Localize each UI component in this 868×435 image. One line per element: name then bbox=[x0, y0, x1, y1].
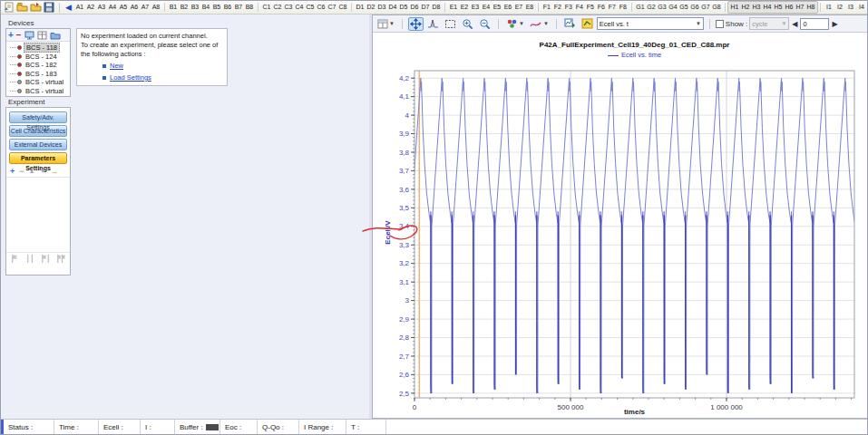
pan-tool-icon[interactable] bbox=[408, 17, 424, 31]
channel-button-F3[interactable]: F3 bbox=[563, 2, 574, 13]
graph-style-icon[interactable]: ▼ bbox=[504, 17, 526, 31]
device-tree-item[interactable]: BCS - 124 bbox=[10, 53, 70, 62]
channel-button-D5[interactable]: D5 bbox=[398, 2, 409, 13]
remove-step-icon[interactable]: − bbox=[19, 167, 24, 176]
zoom-data-icon[interactable] bbox=[425, 17, 441, 31]
prev-channels-arrow[interactable]: ◀ bbox=[63, 2, 73, 14]
channel-button-A4[interactable]: A4 bbox=[107, 2, 118, 13]
add-device-icon[interactable]: + bbox=[8, 31, 14, 40]
smoothing-tool-icon[interactable]: ▼ bbox=[528, 17, 551, 31]
go-to-step-icon[interactable]: → bbox=[50, 167, 58, 176]
channel-button-D7[interactable]: D7 bbox=[420, 2, 431, 13]
device-folder-icon[interactable] bbox=[50, 27, 61, 44]
channel-button-C4[interactable]: C4 bbox=[294, 2, 305, 13]
copy-graph-icon[interactable] bbox=[562, 17, 578, 31]
channel-button-A8[interactable]: A8 bbox=[151, 2, 161, 13]
channel-button-G2[interactable]: G2 bbox=[646, 2, 657, 13]
channel-button-I3[interactable]: I3 bbox=[845, 2, 856, 13]
channel-button-A5[interactable]: A5 bbox=[118, 2, 129, 13]
cycle-prev-arrow[interactable]: ◀ bbox=[791, 20, 798, 28]
graph-properties-icon[interactable] bbox=[580, 17, 595, 31]
channel-button-H6[interactable]: H6 bbox=[784, 2, 795, 13]
experiment-button-safety-adv-settings[interactable]: Safety/Adv. Settings bbox=[9, 111, 67, 123]
channel-button-B7[interactable]: B7 bbox=[233, 2, 244, 13]
channel-button-B8[interactable]: B8 bbox=[244, 2, 255, 13]
channel-button-G1[interactable]: G1 bbox=[635, 2, 646, 13]
channel-button-E1[interactable]: E1 bbox=[448, 2, 459, 13]
device-tree-item[interactable]: BCS - 183 bbox=[10, 70, 70, 79]
channel-button-G5[interactable]: G5 bbox=[678, 2, 689, 13]
export-folder-icon[interactable] bbox=[30, 2, 42, 14]
channel-button-E5[interactable]: E5 bbox=[492, 2, 502, 13]
view-selector[interactable]: Ecell vs. t▼ bbox=[597, 17, 704, 30]
channel-button-C3[interactable]: C3 bbox=[283, 2, 294, 13]
channel-button-C5[interactable]: C5 bbox=[305, 2, 316, 13]
device-tree-item[interactable]: BCS - 118 bbox=[10, 44, 70, 53]
experiment-button-external-devices[interactable]: External Devices bbox=[9, 139, 67, 150]
device-tree-item[interactable]: BCS - virtual bbox=[10, 87, 70, 96]
channel-button-F2[interactable]: F2 bbox=[552, 2, 563, 13]
channel-button-E8[interactable]: E8 bbox=[524, 2, 535, 13]
channel-button-H5[interactable]: H5 bbox=[773, 2, 784, 13]
channel-button-G7[interactable]: G7 bbox=[700, 2, 711, 13]
device-monitor-icon[interactable] bbox=[24, 27, 34, 44]
channel-button-H1[interactable]: H1 bbox=[729, 2, 740, 13]
experiment-button-cell-characteristics[interactable]: Cell Characteristics bbox=[9, 125, 67, 137]
save-icon[interactable] bbox=[44, 2, 54, 14]
channel-button-H8[interactable]: H8 bbox=[805, 2, 816, 13]
channel-button-B3[interactable]: B3 bbox=[190, 2, 200, 13]
channel-button-B6[interactable]: B6 bbox=[222, 2, 233, 13]
remove-device-icon[interactable]: − bbox=[16, 31, 22, 40]
channel-button-H4[interactable]: H4 bbox=[762, 2, 773, 13]
ecell-vs-time-chart[interactable]: 4,24,143,93,83,73,63,53,43,33,23,132,92,… bbox=[373, 33, 868, 420]
move-down-icon[interactable]: ▼ bbox=[39, 167, 45, 176]
channel-button-D4[interactable]: D4 bbox=[387, 2, 398, 13]
channel-button-C6[interactable]: C6 bbox=[316, 2, 327, 13]
channel-button-D2[interactable]: D2 bbox=[366, 2, 376, 13]
channel-button-E2[interactable]: E2 bbox=[459, 2, 470, 13]
channel-button-C7[interactable]: C7 bbox=[327, 2, 337, 13]
channel-button-F1[interactable]: F1 bbox=[541, 2, 552, 13]
channel-button-F5[interactable]: F5 bbox=[585, 2, 596, 13]
channel-button-H7[interactable]: H7 bbox=[795, 2, 805, 13]
load-settings-link[interactable]: Load Settings bbox=[110, 73, 151, 82]
channel-button-A7[interactable]: A7 bbox=[140, 2, 151, 13]
channel-button-F6[interactable]: F6 bbox=[596, 2, 607, 13]
channel-button-D1[interactable]: D1 bbox=[355, 2, 366, 13]
channel-button-G3[interactable]: G3 bbox=[657, 2, 668, 13]
channel-button-D3[interactable]: D3 bbox=[376, 2, 387, 13]
new-experiment-link[interactable]: New bbox=[110, 62, 123, 71]
channel-button-D8[interactable]: D8 bbox=[431, 2, 442, 13]
channel-button-G8[interactable]: G8 bbox=[711, 2, 722, 13]
device-tree-item[interactable]: BCS - 182 bbox=[10, 61, 70, 70]
channel-button-I4[interactable]: I4 bbox=[856, 2, 867, 13]
channel-button-G6[interactable]: G6 bbox=[689, 2, 700, 13]
channel-button-D6[interactable]: D6 bbox=[409, 2, 420, 13]
move-up-icon[interactable]: ▲ bbox=[29, 167, 35, 176]
cycle-selector[interactable]: cycle▼ bbox=[749, 17, 789, 30]
open-folder-icon[interactable] bbox=[16, 2, 28, 14]
channel-button-H2[interactable]: H2 bbox=[740, 2, 751, 13]
channel-button-B4[interactable]: B4 bbox=[200, 2, 211, 13]
cycle-number-input[interactable]: 0 bbox=[800, 18, 829, 30]
channel-button-A6[interactable]: A6 bbox=[129, 2, 140, 13]
graph-layout-icon[interactable]: ▼ bbox=[375, 17, 396, 31]
device-tree-item[interactable]: BCS - virtual bbox=[10, 78, 70, 87]
channel-button-E3[interactable]: E3 bbox=[470, 2, 481, 13]
import-icon[interactable] bbox=[4, 2, 15, 14]
channel-button-E4[interactable]: E4 bbox=[481, 2, 492, 13]
channel-button-C8[interactable]: C8 bbox=[337, 2, 348, 13]
channel-button-E6[interactable]: E6 bbox=[502, 2, 513, 13]
channel-button-C2[interactable]: C2 bbox=[272, 2, 283, 13]
zoom-box-icon[interactable] bbox=[443, 17, 458, 31]
channel-button-F7[interactable]: F7 bbox=[607, 2, 618, 13]
channel-button-A3[interactable]: A3 bbox=[96, 2, 107, 13]
channel-button-A2[interactable]: A2 bbox=[85, 2, 96, 13]
show-cycle-checkbox[interactable] bbox=[716, 20, 724, 28]
parameters-list[interactable] bbox=[6, 178, 70, 252]
channel-button-B1[interactable]: B1 bbox=[168, 2, 179, 13]
channel-button-E7[interactable]: E7 bbox=[513, 2, 524, 13]
channel-button-G4[interactable]: G4 bbox=[668, 2, 678, 13]
zoom-out-icon[interactable] bbox=[477, 17, 493, 31]
channel-button-A1[interactable]: A1 bbox=[74, 2, 85, 13]
